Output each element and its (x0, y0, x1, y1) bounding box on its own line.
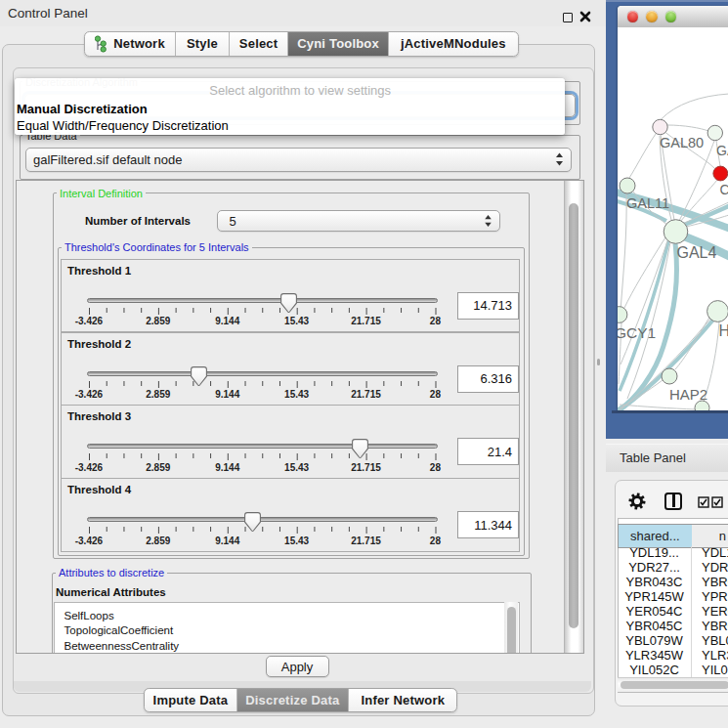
svg-text:HAP2: HAP2 (669, 386, 707, 403)
svg-text:GCY1: GCY1 (618, 324, 656, 341)
svg-text:H: H (718, 322, 728, 339)
svg-text:GAL11: GAL11 (626, 195, 669, 211)
svg-text:GA: GA (716, 143, 728, 158)
svg-text:C: C (719, 182, 728, 197)
svg-text:GAL80: GAL80 (660, 135, 704, 150)
svg-text:GAL4: GAL4 (676, 244, 716, 261)
